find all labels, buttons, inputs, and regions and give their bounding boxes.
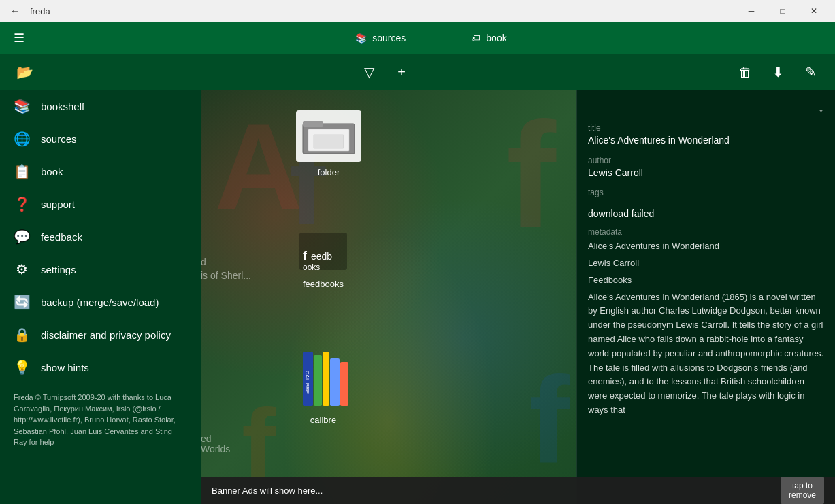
close-button[interactable]: ✕ — [798, 0, 830, 22]
book-icon: 🏷 — [471, 33, 480, 44]
sidebar-item-label: disclaimer and privacy policy — [41, 329, 171, 341]
minimize-button[interactable]: ─ — [736, 0, 767, 22]
svg-rect-11 — [330, 358, 340, 406]
sidebar: 📚 bookshelf 🌐 sources 📋 book ❓ support 💬… — [0, 90, 201, 504]
sources-icon: 📚 — [355, 33, 367, 44]
backup-icon: 🔄 — [14, 294, 30, 310]
sidebar-credits: Freda © Turnipsoft 2009-20 with thanks t… — [0, 384, 201, 456]
book-nav-icon: 📋 — [14, 163, 30, 180]
filter-button[interactable]: ▽ — [355, 58, 382, 86]
sources-label: sources — [372, 33, 406, 44]
calibre-icon-container: CALIBRE — [296, 348, 350, 409]
author-field-label: author — [588, 156, 824, 165]
banner: Banner Ads will show here... tap toremov… — [201, 477, 835, 504]
download-button[interactable]: ⬇ — [764, 58, 791, 86]
sidebar-item-feedback[interactable]: 💬 feedback — [0, 220, 201, 253]
edit-button[interactable]: ✎ — [797, 58, 824, 86]
tap-remove-button[interactable]: tap toremove — [781, 477, 824, 504]
titlebar: ← freda ─ □ ✕ — [0, 0, 835, 22]
filter-icon: ▽ — [364, 64, 374, 80]
sidebar-item-settings[interactable]: ⚙ settings — [0, 253, 201, 286]
title-field-label: title — [588, 123, 824, 133]
partial-text-3: ed — [201, 433, 212, 444]
sidebar-item-label: settings — [41, 264, 76, 275]
deco-letter-f2: f — [506, 90, 556, 262]
feedbooks-label: feedbooks — [303, 279, 344, 289]
app-header: ☰ 📚 sources 🏷 book — [0, 22, 835, 54]
sidebar-item-backup[interactable]: 🔄 backup (merge/save/load) — [0, 286, 201, 318]
sidebar-item-label: support — [41, 199, 75, 210]
sources-nav-icon: 🌐 — [14, 131, 30, 147]
sidebar-item-label: sources — [41, 133, 77, 145]
svg-text:ooks: ooks — [303, 263, 320, 272]
edit-icon: ✎ — [805, 64, 817, 80]
folder-icon-container — [296, 110, 361, 162]
folder-source-tile[interactable]: folder — [296, 110, 361, 178]
add-icon: + — [397, 65, 406, 80]
book-label: book — [486, 33, 506, 44]
feedbooks-svg: f eedb ooks — [296, 226, 350, 273]
hamburger-button[interactable]: ☰ — [11, 28, 27, 48]
main-layout: 📚 bookshelf 🌐 sources 📋 book ❓ support 💬… — [0, 90, 835, 504]
hints-icon: 💡 — [14, 359, 30, 375]
sidebar-item-disclaimer[interactable]: 🔒 disclaimer and privacy policy — [0, 318, 201, 351]
window-controls: ─ □ ✕ — [736, 0, 830, 22]
svg-rect-10 — [323, 352, 329, 406]
calibre-label: calibre — [310, 415, 336, 425]
deco-letter-f4: f — [529, 350, 570, 490]
book-nav-item[interactable]: 🏷 book — [465, 30, 512, 46]
svg-text:eedb: eedb — [311, 251, 332, 262]
sidebar-item-label: book — [41, 166, 63, 178]
sidebar-item-label: show hints — [41, 362, 89, 373]
delete-button[interactable]: 🗑 — [732, 59, 759, 86]
folder-icon: 📂 — [16, 64, 33, 80]
add-button[interactable]: + — [388, 59, 415, 86]
metadata-label: metadata — [588, 227, 824, 237]
app-title: freda — [30, 6, 50, 16]
svg-rect-12 — [340, 362, 348, 406]
feedbooks-source-tile[interactable]: f eedb ooks feedbooks — [296, 226, 350, 289]
sidebar-item-label: feedback — [41, 231, 82, 243]
sidebar-item-book[interactable]: 📋 book — [0, 155, 201, 188]
back-button[interactable]: ← — [5, 1, 24, 20]
download-icon: ⬇ — [772, 64, 784, 80]
sidebar-item-label: backup (merge/save/load) — [41, 297, 159, 308]
feedbooks-icon-container: f eedb ooks — [296, 226, 350, 273]
calibre-svg: CALIBRE — [296, 348, 350, 409]
support-icon: ❓ — [14, 196, 30, 212]
arrow-down-icon: ↓ — [588, 101, 824, 115]
metadata-description: Alice's Adventures in Wonderland (1865) … — [588, 290, 824, 418]
partial-text-2: is of Sherl... — [201, 270, 251, 281]
disclaimer-icon: 🔒 — [14, 326, 30, 343]
sidebar-item-label: bookshelf — [41, 101, 84, 112]
toolbar: 📂 ▽ + 🗑 ⬇ ✎ — [0, 54, 835, 90]
sidebar-item-support[interactable]: ❓ support — [0, 188, 201, 220]
svg-text:CALIBRE: CALIBRE — [304, 371, 310, 394]
bookshelf-icon: 📚 — [14, 98, 30, 114]
download-status: download failed — [588, 208, 824, 219]
folder-label: folder — [318, 167, 340, 178]
svg-text:f: f — [303, 249, 308, 263]
right-panel: ↓ title Alice's Adventures in Wonderland… — [576, 90, 835, 504]
content-area: A f f f f d is of Sherl... ed Worlds — [201, 90, 835, 504]
partial-text-1: d — [201, 256, 206, 267]
title-field-value: Alice's Adventures in Wonderland — [588, 134, 824, 148]
titlebar-left: ← freda — [5, 1, 50, 20]
sources-grid: A f f f f d is of Sherl... ed Worlds — [201, 90, 576, 504]
feedback-icon: 💬 — [14, 229, 30, 245]
sources-nav-item[interactable]: 📚 sources — [350, 30, 411, 46]
svg-rect-3 — [314, 135, 344, 148]
metadata-publisher: Feedbooks — [588, 273, 824, 288]
sidebar-item-hints[interactable]: 💡 show hints — [0, 351, 201, 384]
sidebar-item-bookshelf[interactable]: 📚 bookshelf — [0, 90, 201, 122]
metadata-title: Alice's Adventures in Wonderland — [588, 239, 824, 254]
author-field-value: Lewis Carroll — [588, 167, 824, 180]
settings-icon: ⚙ — [14, 261, 30, 278]
sidebar-item-sources[interactable]: 🌐 sources — [0, 122, 201, 155]
calibre-source-tile[interactable]: CALIBRE calibre — [296, 348, 350, 425]
banner-text: Banner Ads will show here... — [212, 486, 323, 496]
partial-text-worlds: Worlds — [201, 443, 230, 454]
maximize-button[interactable]: □ — [767, 0, 798, 22]
folder-button[interactable]: 📂 — [11, 58, 39, 86]
delete-icon: 🗑 — [738, 65, 752, 80]
